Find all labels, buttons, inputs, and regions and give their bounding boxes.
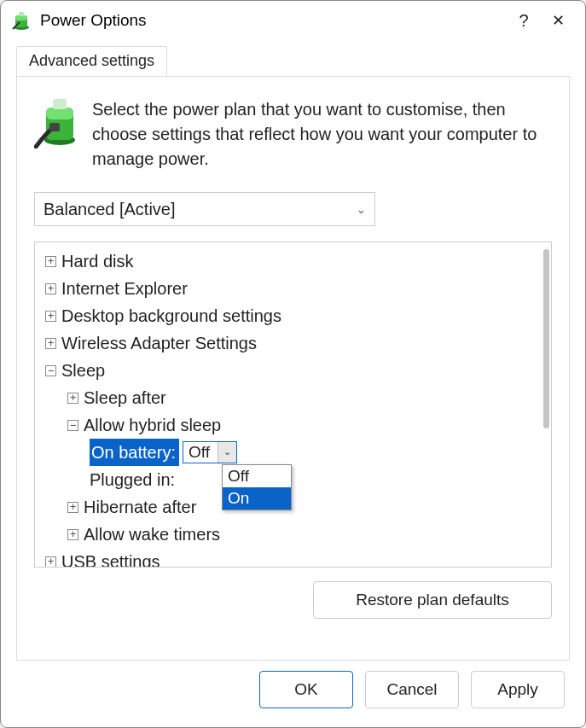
tree-item-hibernate-after[interactable]: + Hibernate after bbox=[38, 493, 548, 521]
tree-label: Wireless Adapter Settings bbox=[61, 329, 257, 357]
dropdown-option-on[interactable]: On bbox=[223, 487, 291, 510]
expand-icon[interactable]: + bbox=[45, 283, 56, 294]
tree-item-sleep-after[interactable]: + Sleep after bbox=[38, 384, 548, 411]
battery-plug-icon bbox=[11, 10, 32, 31]
expand-icon[interactable]: + bbox=[45, 311, 56, 322]
tree-label: Hibernate after bbox=[84, 493, 196, 521]
tree-label: Sleep after bbox=[84, 384, 166, 411]
ok-button[interactable]: OK bbox=[259, 671, 353, 708]
expand-icon[interactable]: + bbox=[45, 338, 56, 349]
power-plan-select[interactable]: Balanced [Active] ⌄ bbox=[34, 192, 375, 226]
dropdown-option-off[interactable]: Off bbox=[223, 465, 291, 487]
collapse-icon[interactable]: − bbox=[45, 365, 56, 376]
tree-label: USB settings bbox=[61, 548, 160, 568]
combo-value: Off bbox=[183, 440, 218, 465]
help-button[interactable]: ? bbox=[507, 11, 541, 31]
expand-icon[interactable]: + bbox=[45, 556, 56, 568]
tree-item-usb-settings[interactable]: + USB settings bbox=[38, 548, 548, 568]
tab-panel: Select the power plan that you want to c… bbox=[16, 76, 570, 661]
tree-label: Allow hybrid sleep bbox=[84, 411, 221, 439]
restore-row: Restore plan defaults bbox=[34, 581, 552, 619]
svg-rect-6 bbox=[46, 108, 73, 119]
tree-body: + Hard disk + Internet Explorer + Deskto… bbox=[35, 242, 551, 568]
intro-row: Select the power plan that you want to c… bbox=[34, 97, 552, 172]
chevron-down-icon: ⌄ bbox=[357, 203, 366, 216]
tree-label: Internet Explorer bbox=[61, 275, 188, 302]
dialog-footer: OK Cancel Apply bbox=[1, 671, 585, 727]
tree-item-allow-wake-timers[interactable]: + Allow wake timers bbox=[38, 521, 548, 548]
window-title: Power Options bbox=[40, 11, 507, 30]
collapse-icon[interactable]: − bbox=[67, 420, 78, 431]
close-button[interactable]: ✕ bbox=[541, 11, 575, 30]
on-battery-dropdown[interactable]: Off On bbox=[222, 464, 292, 510]
tabstrip: Advanced settings bbox=[16, 45, 585, 76]
tree-item-desktop-background[interactable]: + Desktop background settings bbox=[38, 302, 548, 329]
tree-item-hard-disk[interactable]: + Hard disk bbox=[38, 248, 548, 275]
chevron-down-icon[interactable]: ⌄ bbox=[218, 442, 236, 463]
tree-item-plugged-in[interactable]: Plugged in: bbox=[38, 466, 548, 493]
tree-label: Plugged in: bbox=[90, 466, 175, 493]
battery-plug-icon bbox=[34, 97, 78, 149]
svg-rect-8 bbox=[49, 123, 60, 131]
svg-rect-7 bbox=[53, 99, 67, 109]
tab-advanced-settings[interactable]: Advanced settings bbox=[16, 46, 167, 77]
cancel-button[interactable]: Cancel bbox=[365, 671, 459, 708]
tree-label: Allow wake timers bbox=[84, 521, 220, 548]
svg-rect-3 bbox=[19, 12, 24, 16]
scrollbar-thumb[interactable] bbox=[543, 249, 549, 428]
on-battery-combo[interactable]: Off ⌄ bbox=[183, 441, 237, 463]
power-options-window: Power Options ? ✕ Advanced settings Sele… bbox=[0, 0, 586, 728]
apply-button[interactable]: Apply bbox=[471, 671, 565, 708]
restore-plan-defaults-button[interactable]: Restore plan defaults bbox=[313, 581, 552, 619]
expand-icon[interactable]: + bbox=[67, 529, 78, 540]
tree-item-internet-explorer[interactable]: + Internet Explorer bbox=[38, 275, 548, 302]
tree-item-on-battery[interactable]: On battery: Off ⌄ bbox=[38, 439, 548, 466]
expand-icon[interactable]: + bbox=[67, 502, 78, 513]
tree-label: Desktop background settings bbox=[61, 302, 281, 329]
tree-item-sleep[interactable]: − Sleep bbox=[38, 357, 548, 384]
tree-label: Hard disk bbox=[61, 248, 133, 275]
power-plan-value: Balanced [Active] bbox=[44, 200, 176, 219]
titlebar: Power Options ? ✕ bbox=[1, 1, 585, 40]
tree-label-selected: On battery: bbox=[90, 439, 179, 466]
tree-item-allow-hybrid-sleep[interactable]: − Allow hybrid sleep bbox=[38, 411, 548, 439]
tree-label: Sleep bbox=[61, 357, 105, 384]
expand-icon[interactable]: + bbox=[67, 393, 78, 404]
expand-icon[interactable]: + bbox=[45, 256, 56, 267]
intro-text: Select the power plan that you want to c… bbox=[92, 97, 552, 172]
tree-item-wireless-adapter[interactable]: + Wireless Adapter Settings bbox=[38, 329, 548, 357]
settings-tree[interactable]: + Hard disk + Internet Explorer + Deskto… bbox=[34, 242, 552, 568]
